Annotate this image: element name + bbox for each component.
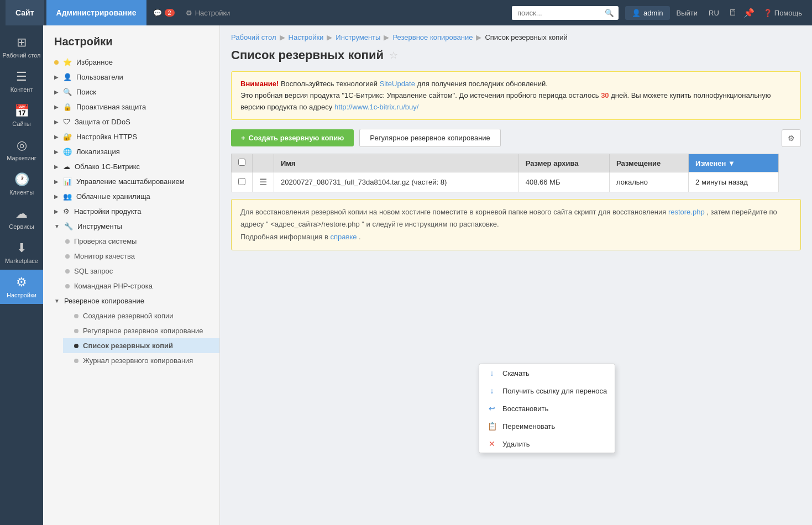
sidebar-item-sites[interactable]: 📅 Сайты	[0, 98, 43, 133]
sidebar-item-clients-label: Клиенты	[9, 189, 34, 196]
context-menu-item-rename[interactable]: 📋 Переименовать	[479, 417, 615, 435]
proactive-icon: 🔒	[63, 103, 72, 111]
nav-sub-item-backup-log[interactable]: Журнал резервного копирования	[63, 353, 219, 368]
page-title-row: Список резервных копий ☆	[220, 45, 812, 71]
context-menu-item-download[interactable]: ↓ Скачать	[479, 364, 615, 382]
https-label: Настройка HTTPS	[76, 133, 137, 141]
breadcrumb-sep-1: ▶	[280, 33, 285, 41]
breadcrumb-tools[interactable]: Инструменты	[336, 33, 380, 41]
favorite-star-icon[interactable]: ☆	[389, 49, 398, 61]
pin-icon[interactable]: 📌	[741, 6, 757, 20]
nav-item-cloud[interactable]: ▶ ☁ Облако 1С-Битрикс	[43, 159, 219, 174]
language-button[interactable]: RU	[704, 7, 724, 19]
backup-label: Резервное копирование	[64, 297, 144, 305]
nav-item-proactive[interactable]: ▶ 🔒 Проактивная защита	[43, 99, 219, 114]
nav-sub-item-system-check[interactable]: Проверка системы	[54, 234, 219, 249]
nav-sub-item-backup-header[interactable]: ▼ Резервное копирование	[54, 293, 219, 308]
services-icon: ☁	[15, 207, 28, 221]
infobox-text3: " и следуйте инструкциям по распаковке.	[362, 220, 499, 228]
sidebar-item-settings[interactable]: ⚙ Настройки	[0, 270, 43, 304]
nav-item-tools[interactable]: ▼ 🔧 Инструменты	[43, 219, 219, 234]
create-backup-button[interactable]: + Создать резервную копию	[231, 129, 354, 146]
context-menu: ↓ Скачать ↓ Получить ссылку для переноса…	[479, 364, 615, 453]
marketplace-icon: ⬇	[17, 241, 27, 255]
sidebar-item-desktop-label: Рабочий стол	[2, 52, 40, 59]
monitor-icon[interactable]: 🖥	[726, 6, 739, 20]
row-checkbox[interactable]	[238, 178, 245, 185]
nav-sub-item-create-backup[interactable]: Создание резервной копии	[63, 308, 219, 323]
table-settings-button[interactable]: ⚙	[782, 129, 801, 147]
site-tab-button[interactable]: Сайт	[6, 0, 44, 25]
doc-link[interactable]: справке	[330, 233, 357, 241]
sidebar-item-marketplace[interactable]: ⬇ Marketplace	[0, 235, 43, 270]
nav-item-ddos[interactable]: ▶ 🛡 Защита от DDoS	[43, 114, 219, 129]
sidebar-item-clients[interactable]: 🕐 Клиенты	[0, 167, 43, 201]
nav-item-users[interactable]: ▶ 👤 Пользователи	[43, 70, 219, 85]
php-label: Командная PHP-строка	[74, 282, 153, 290]
nav-sub-item-backup-list[interactable]: Список резервных копий	[63, 338, 219, 353]
nav-item-https[interactable]: ▶ 🔐 Настройка HTTPS	[43, 129, 219, 144]
search-bar: 🔍	[512, 6, 619, 20]
https-arrow: ▶	[54, 134, 59, 140]
sidebar-item-settings-label: Настройки	[7, 292, 36, 298]
sidebar-item-content[interactable]: ☰ Контент	[0, 64, 43, 98]
select-all-checkbox[interactable]	[238, 159, 245, 166]
user-menu-button[interactable]: 👤 admin	[625, 6, 669, 20]
sites-icon: 📅	[14, 104, 29, 118]
infobox-address: <адрес_сайта>/restore.php	[270, 220, 360, 228]
row-action-cell[interactable]: ☰	[253, 172, 274, 192]
admin-tab-button[interactable]: Администрирование	[46, 0, 146, 25]
nav-item-product-settings[interactable]: ▶ ⚙ Настройки продукта	[43, 204, 219, 219]
nav-item-search[interactable]: ▶ 🔍 Поиск	[43, 85, 219, 99]
sidebar-item-services[interactable]: ☁ Сервисы	[0, 201, 43, 235]
header-location: Размещение	[610, 154, 689, 172]
context-menu-item-transfer-link[interactable]: ↓ Получить ссылку для переноса	[479, 382, 615, 400]
context-menu-restore-label: Восстановить	[502, 405, 548, 413]
settings-topnav-button[interactable]: ⚙ Настройки	[181, 7, 235, 19]
row-menu-icon[interactable]: ☰	[259, 177, 267, 187]
nav-item-scaling[interactable]: ▶ 📊 Управление масштабированием	[43, 174, 219, 189]
help-button[interactable]: ❓ Помощь	[759, 7, 806, 19]
marketing-icon: ◎	[17, 138, 27, 153]
nav-sub-item-php[interactable]: Командная PHP-строка	[54, 279, 219, 293]
sidebar-item-marketing-label: Маркетинг	[7, 155, 36, 161]
search-input[interactable]	[512, 6, 600, 20]
icon-sidebar: ⊞ Рабочий стол ☰ Контент 📅 Сайты ◎ Марке…	[0, 25, 43, 525]
scaling-arrow: ▶	[54, 179, 59, 185]
sidebar-item-desktop[interactable]: ⊞ Рабочий стол	[0, 30, 43, 64]
restore-php-link[interactable]: restore.php	[668, 208, 705, 216]
backup-list-bullet	[74, 344, 78, 348]
search-button[interactable]: 🔍	[600, 6, 619, 20]
breadcrumb-settings[interactable]: Настройки	[289, 33, 324, 41]
buy-link[interactable]: http://www.1c-bitrix.ru/buy/	[334, 103, 418, 111]
breadcrumb-desktop[interactable]: Рабочий стол	[231, 33, 276, 41]
sql-label: SQL запрос	[74, 267, 113, 275]
backup-log-label: Журнал резервного копирования	[83, 356, 193, 365]
context-menu-item-delete[interactable]: ✕ Удалить	[479, 435, 615, 453]
backup-list-label: Список резервных копий	[83, 342, 173, 350]
logout-button[interactable]: Выйти	[672, 7, 703, 19]
row-size: 408.66 МБ	[518, 172, 609, 192]
context-menu-item-restore[interactable]: ↩ Восстановить	[479, 400, 615, 417]
proactive-label: Проактивная защита	[76, 103, 146, 111]
siteupdate-link[interactable]: SiteUpdate	[380, 80, 415, 88]
nav-sub-item-sql[interactable]: SQL запрос	[54, 264, 219, 279]
nav-item-cloud-storage[interactable]: ▶ 👥 Облачные хранилища	[43, 189, 219, 204]
header-changed[interactable]: Изменен ▼	[689, 154, 779, 172]
regular-backup-button[interactable]: Регулярное резервное копирование	[359, 129, 500, 147]
clients-icon: 🕐	[14, 172, 29, 187]
context-menu-delete-label: Удалить	[502, 440, 530, 448]
notifications-badge: 2	[165, 9, 175, 17]
backup-log-bullet	[74, 359, 78, 363]
nav-item-favorites[interactable]: ⭐ Избранное	[43, 55, 219, 70]
content-icon: ☰	[16, 70, 27, 84]
nav-sub-item-quality-monitor[interactable]: Монитор качества	[54, 249, 219, 264]
nav-item-localization[interactable]: ▶ 🌐 Локализация	[43, 144, 219, 159]
users-arrow: ▶	[54, 74, 59, 80]
nav-sub-item-regular-backup[interactable]: Регулярное резервное копирование	[63, 323, 219, 338]
breadcrumb-backup[interactable]: Резервное копирование	[392, 33, 473, 41]
notifications-button[interactable]: 💬 2	[149, 7, 179, 19]
sidebar-item-marketing[interactable]: ◎ Маркетинг	[0, 133, 43, 167]
create-backup-label: Создать резервную копию	[249, 134, 344, 142]
infobox-text5: .	[359, 233, 361, 241]
